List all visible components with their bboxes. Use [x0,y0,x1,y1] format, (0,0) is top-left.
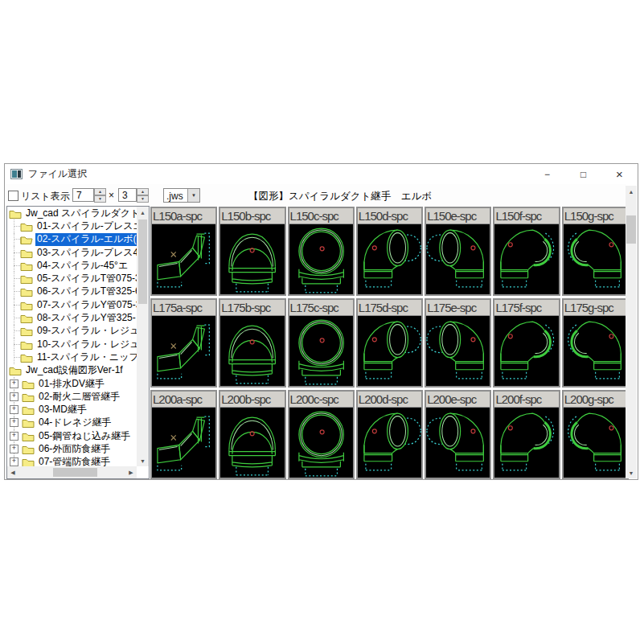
thumbnail-label: L150b-spc [220,208,284,224]
thumbnail-cell[interactable]: L175d-spc [356,298,423,388]
rows-input[interactable]: 3 [118,188,137,202]
tree-item[interactable]: 11-スパイラル・ニップル [7,351,137,363]
expand-plus-icon[interactable]: + [10,392,18,401]
tree-item-label: 06-スパイラルT管325-6 [35,285,137,298]
tree-item[interactable]: Jw_cad スパイラルダクト [7,207,137,219]
list-view-label: リスト表示 [21,190,70,203]
thumbnail-cell[interactable]: L175f-spc [493,298,560,388]
tree-item[interactable]: 01-スパイラル-プレスエ [7,219,137,232]
folder-icon [20,286,33,297]
thumbnail-drawing [426,316,490,386]
folder-icon [20,221,33,232]
rows-stepper[interactable]: ▲ ▼ [137,188,149,203]
thumbnail-cell[interactable]: L150e-spc [425,207,491,296]
tree-item[interactable]: +03-MD継手 [7,403,137,416]
tree-item[interactable]: 06-スパイラルT管325-6 [7,285,137,298]
main-vertical-scrollbar[interactable]: ▲ ▼ [626,186,637,478]
folder-icon [22,431,35,441]
thumbnail-cell[interactable]: L200c-spc [288,390,355,479]
tree-item[interactable]: 08-スパイラルY管325- [7,311,137,324]
thumbnail-cell[interactable]: L150a-spc [150,207,217,296]
app-icon [10,169,23,179]
tree-vertical-scrollbar[interactable]: ▲ ▼ [137,207,149,466]
chevron-down-icon[interactable]: ▼ [187,189,199,202]
tree-item[interactable]: 09-スパイラル・レジュー [7,325,137,338]
folder-icon [20,313,33,323]
tree-vscroll-thumb[interactable] [138,219,147,304]
thumbnail-label: L175d-spc [358,300,421,316]
tree-item[interactable]: +06-外面防食継手 [7,442,137,455]
thumbnail-cell[interactable]: L150g-spc [562,207,629,296]
thumbnail-cell[interactable]: L200b-spc [219,390,285,479]
list-view-checkbox[interactable] [8,191,18,201]
thumbnail-cell[interactable]: L150b-spc [219,207,285,296]
tree-item[interactable]: +07-管端防食継手 [7,456,137,466]
scroll-right-icon[interactable]: ▶ [125,466,137,478]
tree-hscroll-thumb[interactable] [53,468,97,477]
thumbnail-cell[interactable]: L200d-spc [356,390,423,479]
thumbnail-cell[interactable]: L200a-spc [150,390,217,479]
scroll-left-icon[interactable]: ◀ [7,466,18,478]
maximize-button[interactable]: □ [565,164,601,184]
close-button[interactable]: × [601,164,638,184]
columns-stepper[interactable]: ▲ ▼ [94,188,106,203]
thumbnail-cell[interactable]: L175b-spc [219,298,285,388]
tree-item[interactable]: 02-スパイラル-エルボ( [7,233,137,246]
thumbnail-cell[interactable]: L175c-spc [288,298,355,388]
thumbnail-cell[interactable]: L200g-spc [562,390,629,479]
tree-item-label: 03-MD継手 [37,403,88,416]
tree-item[interactable]: +04-ドレネジ継手 [7,416,137,429]
expand-plus-icon[interactable]: + [10,445,18,453]
spinner-up-icon[interactable]: ▲ [137,188,149,195]
tree-item[interactable]: 03-スパイラル-プレス4 [7,246,137,259]
tree-item[interactable]: +01-排水DV継手 [7,377,137,390]
tree-item[interactable]: 05-スパイラルT管075-3 [7,272,137,285]
tree-horizontal-scrollbar[interactable]: ◀ ▶ [7,466,137,478]
thumbnail-cell[interactable]: L150f-spc [493,207,560,296]
thumbnail-label: L200c-spc [289,392,353,408]
thumbnail-cell[interactable]: L200e-spc [425,390,491,479]
spinner-down-icon[interactable]: ▼ [137,195,149,203]
tree-item[interactable]: +05-鋼管ねじ込み継手 [7,429,137,442]
thumbnail-drawing [426,408,490,478]
tree-item[interactable]: 04-スパイラル-45°エ [7,259,137,272]
tree-connector [14,278,20,279]
folder-icon [22,404,35,415]
thumbnail-cell[interactable]: L150d-spc [356,207,423,296]
thumbnail-cell[interactable]: L175a-spc [150,298,217,388]
tree-item[interactable]: 07-スパイラルY管075-3 [7,298,137,311]
tree-item[interactable]: +02-耐火二層管継手 [7,390,137,403]
spinner-up-icon[interactable]: ▲ [94,188,106,195]
expand-plus-icon[interactable]: + [10,418,18,427]
tree-item-label: Jw_cad スパイラルダクト [24,207,137,219]
scroll-up-icon[interactable]: ▲ [137,207,149,218]
thumbnail-grid: L150a-spcL150b-spcL150c-spcL150d-spcL150… [150,207,629,479]
expand-plus-icon[interactable]: + [10,379,18,388]
expand-plus-icon[interactable]: + [10,405,18,414]
folder-tree-panel: Jw_cad スパイラルダクト01-スパイラル-プレスエ02-スパイラル-エルボ… [6,206,150,479]
thumbnail-cell[interactable]: L150c-spc [288,207,355,296]
thumbnail-cell[interactable]: L175e-spc [425,298,491,388]
scroll-up-icon[interactable]: ▲ [626,186,637,197]
tree-item-label: 11-スパイラル・ニップル [35,351,137,363]
scroll-down-icon[interactable]: ▼ [626,467,637,478]
tree-item-label: 05-鋼管ねじ込み継手 [37,429,132,442]
scroll-down-icon[interactable]: ▼ [137,455,149,466]
thumbnail-label: L150c-spc [289,208,353,224]
minimize-button[interactable]: − [529,164,565,184]
expand-plus-icon[interactable]: + [10,457,18,466]
tree-item-label: 07-管端防食継手 [37,456,112,466]
tree-item[interactable]: Jw_cad設備図形Ver-1f [7,364,137,377]
folder-icon [22,379,35,389]
thumbnail-label: L200g-spc [564,392,627,408]
thumbnail-cell[interactable]: L175g-spc [562,298,629,388]
main-vscroll-thumb[interactable] [626,215,636,244]
filetype-dropdown[interactable]: .jws ▼ [163,188,200,203]
tree-item[interactable]: 10-スパイラル・レジュー [7,338,137,351]
tree-connector [14,305,20,306]
expand-plus-icon[interactable]: + [10,432,18,441]
columns-input[interactable]: 7 [72,188,94,202]
thumbnail-drawing [564,408,627,478]
spinner-down-icon[interactable]: ▼ [94,195,106,203]
thumbnail-cell[interactable]: L200f-spc [493,390,560,479]
